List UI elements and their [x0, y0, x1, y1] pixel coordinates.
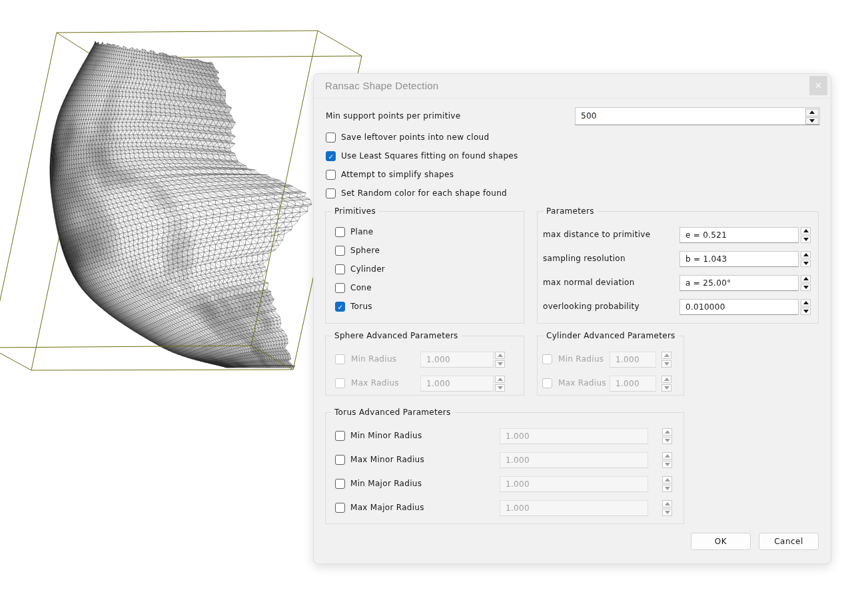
spin-up-button[interactable] — [662, 452, 672, 460]
torus-min-minor-radius-label: Min Minor Radius — [350, 431, 422, 441]
checkbox-cylinder-max-radius[interactable] — [542, 378, 552, 388]
down-arrow-icon — [665, 511, 670, 514]
sphere-min-radius-input[interactable]: 1.000 — [420, 352, 494, 368]
parameters-group-title: Parameters — [544, 206, 597, 216]
spin-up-button[interactable] — [662, 476, 672, 483]
spin-down-button[interactable] — [801, 236, 811, 243]
checkbox-sphere-max-radius[interactable] — [335, 378, 345, 388]
spin-up-button[interactable] — [801, 227, 811, 234]
max-normal-deviation-label: max normal deviation — [543, 278, 635, 288]
down-arrow-icon — [498, 386, 503, 390]
checkbox-plane-label: Plane — [350, 227, 373, 237]
spin-down-button[interactable] — [801, 284, 811, 291]
sampling-resolution-label: sampling resolution — [543, 254, 626, 264]
checkbox-simplify-shapes[interactable] — [326, 170, 336, 180]
primitives-group-title: Primitives — [332, 206, 378, 216]
torus-min-major-radius-label: Min Major Radius — [350, 479, 422, 489]
checkbox-cylinder-label: Cylinder — [350, 264, 385, 274]
checkbox-torus-min-major-radius[interactable] — [335, 479, 345, 489]
spin-down-button[interactable] — [801, 260, 811, 267]
torus-max-major-radius-label: Max Major Radius — [350, 503, 424, 513]
overlooking-probability-input[interactable]: 0.010000 — [679, 299, 799, 315]
up-arrow-icon — [498, 354, 503, 357]
spin-down-button[interactable] — [801, 308, 811, 315]
torus-max-major-radius-input[interactable]: 1.000 — [500, 500, 648, 516]
up-arrow-icon — [664, 378, 669, 381]
torus-max-major-radius-spinner — [662, 500, 672, 516]
checkbox-torus-label: Torus — [350, 302, 372, 312]
spin-down-button[interactable] — [661, 360, 671, 368]
down-arrow-icon — [665, 463, 670, 466]
checkbox-cone[interactable] — [335, 283, 345, 293]
cylinder-advanced-title: Cylinder Advanced Parameters — [544, 330, 678, 341]
checkbox-save-leftover-label: Save leftover points into new cloud — [341, 133, 489, 143]
spin-up-button[interactable] — [801, 299, 811, 306]
spin-down-button[interactable] — [805, 117, 819, 125]
up-arrow-icon — [803, 301, 809, 304]
cancel-button[interactable]: Cancel — [759, 533, 819, 550]
primitives-group: Primitives Plane Sphere Cylinder Cone To… — [325, 211, 524, 324]
spin-up-button[interactable] — [801, 251, 811, 258]
checkbox-random-color[interactable] — [326, 188, 336, 198]
checkbox-least-squares[interactable] — [326, 151, 336, 161]
checkbox-sphere-min-radius[interactable] — [335, 354, 345, 364]
torus-max-minor-radius-input[interactable]: 1.000 — [500, 452, 648, 468]
down-arrow-icon — [665, 439, 670, 442]
cylinder-min-radius-input[interactable]: 1.000 — [610, 352, 656, 368]
checkbox-sphere[interactable] — [335, 246, 345, 256]
spin-down-button[interactable] — [662, 461, 672, 468]
checkbox-torus-min-minor-radius[interactable] — [335, 431, 345, 441]
spin-up-button[interactable] — [662, 428, 672, 436]
checkbox-random-color-label: Set Random color for each shape found — [341, 188, 507, 198]
spin-down-button[interactable] — [662, 509, 672, 516]
torus-min-minor-radius-input[interactable]: 1.000 — [500, 428, 648, 444]
checkbox-cone-label: Cone — [350, 283, 372, 293]
torus-min-major-radius-input[interactable]: 1.000 — [500, 476, 648, 492]
spin-down-button[interactable] — [661, 384, 671, 392]
cylinder-max-radius-input[interactable]: 1.000 — [610, 376, 656, 392]
down-arrow-icon — [809, 119, 815, 123]
spin-up-button[interactable] — [801, 275, 811, 282]
checkbox-torus[interactable] — [335, 302, 345, 312]
torus-max-minor-radius-label: Max Minor Radius — [350, 455, 424, 465]
sphere-max-radius-input[interactable]: 1.000 — [420, 376, 494, 392]
sphere-min-radius-label: Min Radius — [351, 354, 396, 364]
spin-down-button[interactable] — [495, 384, 505, 392]
spin-up-button[interactable] — [495, 352, 505, 359]
up-arrow-icon — [803, 277, 809, 280]
spin-up-button[interactable] — [662, 500, 672, 507]
max-normal-deviation-input[interactable]: a = 25.00° — [679, 275, 799, 291]
spin-down-button[interactable] — [662, 437, 672, 444]
checkbox-save-leftover[interactable] — [326, 133, 336, 143]
down-arrow-icon — [803, 238, 809, 241]
spin-up-button[interactable] — [661, 352, 671, 359]
up-arrow-icon — [809, 111, 815, 114]
min-support-spinner — [805, 109, 819, 125]
checkbox-cylinder[interactable] — [335, 264, 345, 274]
torus-max-minor-radius-spinner — [662, 452, 672, 468]
checkbox-simplify-shapes-label: Attempt to simplify shapes — [341, 170, 454, 180]
down-arrow-icon — [803, 286, 809, 289]
checkbox-sphere-label: Sphere — [350, 246, 380, 256]
checkbox-plane[interactable] — [335, 227, 345, 237]
sampling-resolution-input[interactable]: b = 1.043 — [679, 251, 799, 267]
min-support-input[interactable]: 500 — [575, 107, 820, 125]
up-arrow-icon — [665, 478, 670, 481]
spin-down-button[interactable] — [495, 360, 505, 368]
spin-down-button[interactable] — [662, 485, 672, 492]
spin-up-button[interactable] — [805, 109, 819, 117]
up-arrow-icon — [665, 502, 670, 505]
down-arrow-icon — [665, 487, 670, 490]
down-arrow-icon — [664, 362, 669, 366]
overlooking-probability-label: overlooking probability — [543, 302, 640, 312]
cylinder-advanced-group: Cylinder Advanced Parameters Min Radius … — [537, 336, 684, 396]
max-distance-input[interactable]: e = 0.521 — [679, 227, 799, 243]
checkbox-torus-max-minor-radius[interactable] — [335, 455, 345, 465]
ok-button[interactable]: OK — [691, 533, 751, 550]
close-icon[interactable]: ✕ — [809, 76, 827, 95]
checkbox-torus-max-major-radius[interactable] — [335, 503, 345, 513]
checkbox-cylinder-min-radius[interactable] — [542, 354, 552, 364]
dialog-titlebar[interactable]: Ransac Shape Detection ✕ — [314, 74, 831, 99]
spin-up-button[interactable] — [495, 376, 505, 383]
spin-up-button[interactable] — [661, 376, 671, 383]
